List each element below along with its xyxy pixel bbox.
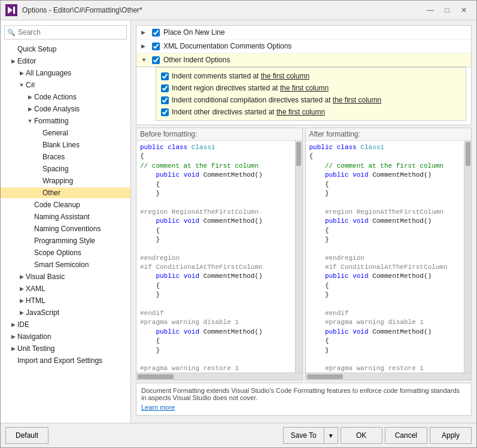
sidebar-item-label: Code Cleanup <box>34 201 80 209</box>
sidebar-item-html[interactable]: ▶ HTML <box>1 295 130 307</box>
sidebar-item-smart-semicolon[interactable]: Smart Semicolon <box>1 259 130 271</box>
sub-option-indent-conditional: Indent conditional compilation directive… <box>159 94 463 106</box>
sidebar-item-code-analysis[interactable]: ▶ Code Analysis <box>1 103 130 115</box>
sidebar-item-code-actions[interactable]: ▶ Code Actions <box>1 91 130 103</box>
sidebar-item-all-languages[interactable]: ▶ All Languages <box>1 67 130 79</box>
after-scrollbar-v[interactable] <box>464 141 471 373</box>
arrow-icon: ▶ <box>26 94 34 100</box>
code-line: { <box>140 180 291 189</box>
indent-conditional-checkbox[interactable] <box>161 96 169 104</box>
sidebar-item-quick-setup[interactable]: Quick Setup <box>1 43 130 55</box>
before-scrollbar-v[interactable] <box>295 141 302 373</box>
expand-arrow-icon[interactable] <box>141 29 148 35</box>
sidebar-item-csharp[interactable]: ▼ C# <box>1 79 130 91</box>
arrow-icon: ▶ <box>17 298 26 304</box>
sidebar-item-label: Editor <box>17 57 36 65</box>
option-row-xml-doc: XML Documentation Comments Options <box>136 40 471 53</box>
code-line: } <box>309 189 461 198</box>
save-to-button[interactable]: Save To <box>283 427 324 444</box>
expand-arrow-icon[interactable] <box>141 57 148 63</box>
before-label: Before formatting: <box>136 128 302 141</box>
apply-button[interactable]: Apply <box>430 427 472 444</box>
scrollbar-thumb <box>307 374 343 379</box>
sidebar-item-label: Braces <box>42 153 65 161</box>
after-code-area[interactable]: public class Class1 { // comment at the … <box>306 141 464 373</box>
close-button[interactable]: ✕ <box>456 4 472 16</box>
arrow-icon: ▶ <box>17 310 26 316</box>
maximize-button[interactable]: □ <box>439 4 455 16</box>
code-line: { <box>309 226 461 235</box>
arrow-icon: ▼ <box>26 118 34 124</box>
after-label: After formatting: <box>306 128 472 141</box>
code-line: public class Class1 <box>140 143 291 152</box>
indent-comments-checkbox[interactable] <box>161 72 169 80</box>
xml-doc-label: XML Documentation Comments Options <box>163 42 291 50</box>
option-row-other-indent: Other Indent Options <box>136 53 471 67</box>
sidebar-item-navigation[interactable]: ▶ Navigation <box>1 331 130 343</box>
sidebar-item-xaml[interactable]: ▶ XAML <box>1 283 130 295</box>
code-line: { <box>309 180 461 189</box>
sidebar-item-label: All Languages <box>26 69 71 77</box>
code-line: #pragma warning restore 1 <box>140 364 291 373</box>
bottom-bar: Default Save To ▼ OK Cancel Apply <box>1 423 476 447</box>
scrollbar-thumb <box>138 374 174 379</box>
sidebar-item-label: C# <box>26 81 35 89</box>
ok-button[interactable]: OK <box>341 427 382 444</box>
code-line <box>309 355 461 364</box>
sidebar-item-scope-options[interactable]: Scope Options <box>1 247 130 259</box>
sidebar-item-label: Spacing <box>42 165 68 173</box>
sidebar-item-editor[interactable]: ▶ Editor <box>1 55 130 67</box>
code-line <box>140 244 291 253</box>
sidebar-item-braces[interactable]: Braces <box>1 151 130 163</box>
search-icon: 🔍 <box>7 29 16 37</box>
code-line: } <box>309 290 461 299</box>
sidebar-item-blank-lines[interactable]: Blank Lines <box>1 139 130 151</box>
before-scrollbar-h[interactable] <box>136 373 302 380</box>
expand-arrow-icon[interactable] <box>141 43 148 49</box>
vs-logo-icon <box>5 4 17 16</box>
code-line: #pragma warning restore 1 <box>309 364 461 373</box>
code-line: } <box>140 189 291 198</box>
sidebar-item-naming-assistant[interactable]: Naming Assistant <box>1 211 130 223</box>
sidebar-item-formatting[interactable]: ▼ Formatting <box>1 115 130 127</box>
code-line: { <box>309 337 461 346</box>
default-button[interactable]: Default <box>5 427 48 444</box>
scrollbar-thumb <box>466 142 470 166</box>
sidebar-item-naming-conventions[interactable]: Naming Conventions <box>1 223 130 235</box>
code-line: // comment at the first column <box>309 162 461 171</box>
sidebar-item-code-cleanup[interactable]: Code Cleanup <box>1 199 130 211</box>
sidebar-item-label: General <box>42 129 68 137</box>
after-preview-panel: After formatting: public class Class1 { … <box>305 128 472 380</box>
code-line: { <box>140 337 291 346</box>
sidebar-item-label: Programming Style <box>34 237 95 245</box>
arrow-icon: ▶ <box>26 106 34 112</box>
sidebar-item-other[interactable]: Other <box>1 187 130 199</box>
after-scrollbar-h[interactable] <box>306 373 472 380</box>
other-indent-checkbox[interactable] <box>152 56 160 64</box>
indent-other-checkbox[interactable] <box>161 108 169 116</box>
code-line: public void CommentMethod() <box>140 217 291 226</box>
xml-doc-checkbox[interactable] <box>152 43 160 50</box>
minimize-button[interactable]: — <box>423 4 438 16</box>
sidebar-item-visual-basic[interactable]: ▶ Visual Basic <box>1 271 130 283</box>
sidebar-item-ide[interactable]: ▶ IDE <box>1 319 130 331</box>
save-to-arrow-button[interactable]: ▼ <box>324 427 338 444</box>
learn-more-link[interactable]: Learn more <box>141 404 175 411</box>
sidebar-item-general[interactable]: General <box>1 127 130 139</box>
options-dialog: Options - Editor\C#\Formatting\Other* — … <box>0 0 477 448</box>
sidebar-item-unit-testing[interactable]: ▶ Unit Testing <box>1 343 130 355</box>
sidebar-item-spacing[interactable]: Spacing <box>1 163 130 175</box>
place-on-new-line-checkbox[interactable] <box>152 29 160 37</box>
code-line <box>309 300 461 309</box>
sidebar-item-wrapping[interactable]: Wrapping <box>1 175 130 187</box>
arrow-icon: ▶ <box>9 322 17 328</box>
bottom-right: Save To ▼ OK Cancel Apply <box>283 427 472 444</box>
sidebar-item-import-export[interactable]: Import and Export Settings <box>1 355 130 367</box>
cancel-button[interactable]: Cancel <box>385 427 427 444</box>
arrow-icon: ▶ <box>17 70 26 76</box>
search-input[interactable] <box>4 25 127 40</box>
indent-region-checkbox[interactable] <box>161 84 169 92</box>
before-code-area[interactable]: public class Class1 { // comment at the … <box>136 141 295 373</box>
sidebar-item-javascript[interactable]: ▶ JavaScript <box>1 307 130 319</box>
sidebar-item-programming-style[interactable]: Programming Style <box>1 235 130 247</box>
